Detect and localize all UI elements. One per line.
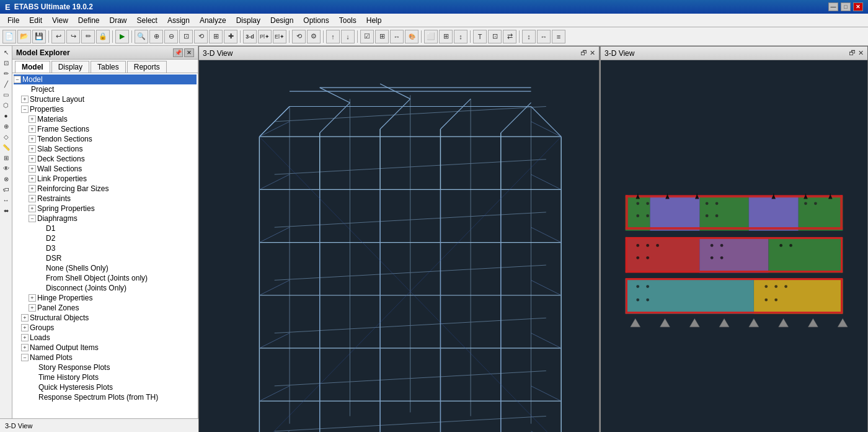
tree-item-materials[interactable]: +Materials xyxy=(14,114,197,124)
select-tool[interactable]: ⊡ xyxy=(1,58,11,68)
minimize-button[interactable]: — xyxy=(828,2,838,11)
view-tool[interactable]: 👁 xyxy=(1,163,11,173)
dims-button[interactable]: ↔ xyxy=(390,30,404,43)
menu-help[interactable]: Help xyxy=(361,15,387,26)
new-button[interactable]: 📄 xyxy=(2,30,16,43)
expand-btn-tendon-sections[interactable]: + xyxy=(29,135,36,143)
measure-tool[interactable]: 📏 xyxy=(1,142,11,152)
resize-button[interactable]: ⊡ xyxy=(488,30,502,43)
expand-btn-materials[interactable]: + xyxy=(29,115,36,123)
tree-item-named-plots[interactable]: −Named Plots xyxy=(14,353,197,362)
tree-item-structural-objects[interactable]: +Structural Objects xyxy=(14,313,197,323)
zoom-prev-button[interactable]: ⟲ xyxy=(194,30,208,43)
section-button[interactable]: ⊞ xyxy=(439,30,453,43)
tree-item-spring-properties[interactable]: +Spring Properties xyxy=(14,204,197,214)
hinge-tool[interactable]: ◇ xyxy=(1,132,11,142)
line-tool[interactable]: ╱ xyxy=(1,79,11,89)
expand-btn-hinge-properties[interactable]: + xyxy=(29,294,36,302)
menu-file[interactable]: File xyxy=(2,15,24,26)
tree-item-structure-layout[interactable]: +Structure Layout xyxy=(14,94,197,104)
snap-button[interactable]: ✚ xyxy=(224,30,237,43)
expand-btn-model[interactable]: − xyxy=(14,76,21,83)
view-3d-right-content[interactable] xyxy=(601,60,867,432)
menu-define[interactable]: Define xyxy=(73,15,105,26)
section-tool[interactable]: ⊗ xyxy=(1,174,11,184)
expand-btn-loads[interactable]: + xyxy=(21,334,29,341)
zoom-fit-button[interactable]: ⊡ xyxy=(179,30,193,43)
menu-assign[interactable]: Assign xyxy=(162,15,195,26)
menu-display[interactable]: Display xyxy=(231,15,265,26)
expand-btn-link-properties[interactable]: + xyxy=(29,175,36,182)
color-button[interactable]: 🎨 xyxy=(405,30,418,43)
expand-btn-spring-properties[interactable]: + xyxy=(29,205,36,212)
menu-analyze[interactable]: Analyze xyxy=(195,15,231,26)
down-button[interactable]: ↓ xyxy=(341,30,355,43)
tree-item-reinforcing-bar[interactable]: +Reinforcing Bar Sizes xyxy=(14,184,197,194)
scale-tool[interactable]: ⬌ xyxy=(1,205,11,215)
tree-item-groups[interactable]: +Groups xyxy=(14,323,197,333)
view-3d-left-restore[interactable]: 🗗 xyxy=(580,49,587,57)
menu-options[interactable]: Options xyxy=(298,15,334,26)
assign-frame-button[interactable]: ↕ xyxy=(454,30,467,43)
expand-btn-structural-objects[interactable]: + xyxy=(21,314,29,322)
menu-edit[interactable]: Edit xyxy=(24,15,47,26)
open-button[interactable]: 📂 xyxy=(17,30,31,43)
frame-button[interactable]: ⬜ xyxy=(424,30,438,43)
expand-btn-slab-sections[interactable]: + xyxy=(29,145,36,153)
tree-item-quick-hysteresis[interactable]: Quick Hysteresis Plots xyxy=(14,382,197,392)
up-button[interactable]: ↑ xyxy=(326,30,340,43)
tree-item-disconnect[interactable]: Disconnect (Joints Only) xyxy=(14,283,197,293)
tree-item-wall-sections[interactable]: +Wall Sections xyxy=(14,164,197,174)
3d-button[interactable]: 3-d xyxy=(243,30,257,43)
grid-button[interactable]: ⊞ xyxy=(375,30,389,43)
tree-item-restraints[interactable]: +Restraints xyxy=(14,194,197,204)
flip-button[interactable]: ⇄ xyxy=(503,30,516,43)
tree-item-hinge-properties[interactable]: +Hinge Properties xyxy=(14,293,197,303)
tab-reports[interactable]: Reports xyxy=(127,61,167,73)
expand-btn-panel-zones[interactable]: + xyxy=(29,304,36,312)
grid-tool[interactable]: ⊞ xyxy=(1,153,11,163)
tree-item-loads[interactable]: +Loads xyxy=(14,333,197,343)
zoom-window-button[interactable]: ⊞ xyxy=(209,30,223,43)
menu-design[interactable]: Design xyxy=(265,15,298,26)
dimension-tool[interactable]: ↔ xyxy=(1,195,11,205)
refresh-button[interactable]: ⟲ xyxy=(292,30,306,43)
dimension-button[interactable]: ↔ xyxy=(537,30,551,43)
zoom-out-button[interactable]: ⊖ xyxy=(164,30,178,43)
edit-button[interactable]: ✏ xyxy=(81,30,95,43)
cursor-button[interactable]: ↕ xyxy=(522,30,536,43)
expand-btn-named-plots[interactable]: − xyxy=(21,354,29,361)
tree-item-from-shell[interactable]: From Shell Object (Joints only) xyxy=(14,273,197,283)
expand-btn-wall-sections[interactable]: + xyxy=(29,165,36,173)
close-button[interactable]: ✕ xyxy=(853,2,863,11)
node-tool[interactable]: ● xyxy=(1,110,11,120)
plan-button[interactable]: Pl✦ xyxy=(258,30,272,43)
tree-item-deck-sections[interactable]: +Deck Sections xyxy=(14,154,197,164)
rect-tool[interactable]: ▭ xyxy=(1,89,11,99)
poly-tool[interactable]: ⬡ xyxy=(1,100,11,110)
save-button[interactable]: 💾 xyxy=(32,30,46,43)
expand-btn-restraints[interactable]: + xyxy=(29,195,36,202)
tree-item-named-output[interactable]: +Named Output Items xyxy=(14,343,197,353)
zoom-in-button[interactable]: ⊕ xyxy=(149,30,163,43)
tree-item-d1[interactable]: D1 xyxy=(14,223,197,233)
tree-item-model[interactable]: −Model xyxy=(14,74,197,84)
expand-btn-reinforcing-bar[interactable]: + xyxy=(29,185,36,192)
lock-button[interactable]: 🔒 xyxy=(96,30,110,43)
draw-tool[interactable]: ✏ xyxy=(1,68,11,78)
tab-model[interactable]: Model xyxy=(15,61,50,73)
expand-btn-named-output[interactable]: + xyxy=(21,344,29,351)
tree-item-response-spectrum[interactable]: Response Spectrum Plots (from TH) xyxy=(14,392,197,402)
zoom-area-button[interactable]: 🔍 xyxy=(135,30,148,43)
tree-item-dsr[interactable]: DSR xyxy=(14,253,197,263)
tree-item-none-shells[interactable]: None (Shells Only) xyxy=(14,263,197,273)
expand-btn-diaphragms[interactable]: − xyxy=(29,215,36,222)
tree-item-d2[interactable]: D2 xyxy=(14,233,197,243)
check-button[interactable]: ☑ xyxy=(360,30,374,43)
tree-item-link-properties[interactable]: +Link Properties xyxy=(14,174,197,184)
explorer-close-button[interactable]: ✕ xyxy=(184,48,194,57)
maximize-button[interactable]: □ xyxy=(841,2,851,11)
explorer-tree[interactable]: −ModelProject+Structure Layout−Propertie… xyxy=(12,73,198,418)
explorer-pin-button[interactable]: 📌 xyxy=(173,48,183,57)
view-3d-right-restore[interactable]: 🗗 xyxy=(849,49,856,57)
